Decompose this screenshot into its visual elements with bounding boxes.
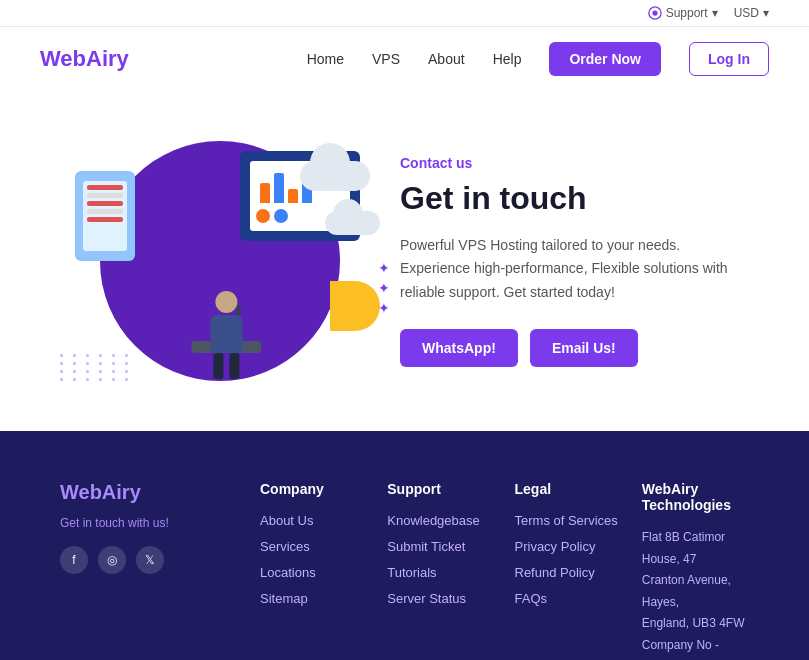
footer-company-col: Company About Us Services Locations Site…: [260, 481, 367, 660]
logo: WebAiry: [40, 46, 129, 72]
hero-buttons: WhatsApp! Email Us!: [400, 329, 749, 367]
address-line2: Cranton Avenue, Hayes,: [642, 573, 731, 609]
order-now-button[interactable]: Order Now: [549, 42, 661, 76]
footer-tagline: Get in touch with us!: [60, 516, 240, 530]
support-label: Support: [666, 6, 708, 20]
person-body: [210, 315, 242, 353]
legal-link-0[interactable]: Terms of Services: [515, 513, 618, 528]
footer-legal-col: Legal Terms of Services Privacy Policy R…: [515, 481, 622, 660]
company-number: Company No - 15273980: [642, 638, 719, 660]
plus-icon-2: ✦: [378, 281, 390, 295]
dot-grid: [60, 354, 133, 381]
currency-label: USD: [734, 6, 759, 20]
currency-dropdown[interactable]: USD ▾: [734, 6, 769, 20]
company-links: About Us Services Locations Sitemap: [260, 511, 367, 607]
tablet-screen: [83, 181, 127, 251]
support-link-3[interactable]: Server Status: [387, 591, 466, 606]
logo-text: Web: [40, 46, 86, 71]
support-icon: [648, 6, 662, 20]
footer-address: Flat 8B Catimor House, 47 Cranton Avenue…: [642, 527, 749, 660]
cloud-1: [300, 161, 370, 191]
nav-about[interactable]: About: [428, 51, 465, 67]
footer-logo: WebAiry: [60, 481, 240, 504]
instagram-icon[interactable]: ◎: [98, 546, 126, 574]
footer-address-col: WebAiry Technologies Flat 8B Catimor Hou…: [642, 481, 749, 660]
footer: WebAiry Get in touch with us! f ◎ 𝕏 Comp…: [0, 431, 809, 660]
support-link-2[interactable]: Tutorials: [387, 565, 436, 580]
support-link-0[interactable]: Knowledgebase: [387, 513, 480, 528]
person-head: [215, 291, 237, 313]
leg-right: [229, 353, 239, 379]
leg-left: [213, 353, 223, 379]
login-button[interactable]: Log In: [689, 42, 769, 76]
bar-2: [274, 173, 284, 203]
cloud-2: [325, 211, 380, 235]
nav-help[interactable]: Help: [493, 51, 522, 67]
person-chair: [210, 291, 242, 379]
address-heading: WebAiry Technologies: [642, 481, 749, 513]
svg-point-1: [652, 10, 657, 15]
company-link-2[interactable]: Locations: [260, 565, 316, 580]
hero-description: Powerful VPS Hosting tailored to your ne…: [400, 234, 749, 305]
support-dropdown[interactable]: Support ▾: [648, 6, 718, 20]
logo-accent: Airy: [86, 46, 129, 71]
hero-title: Get in touch: [400, 179, 749, 217]
hero-section: ✦ ✦ ✦ Contact us Get in touch Powerful V…: [0, 91, 809, 431]
company-heading: Company: [260, 481, 367, 497]
legal-link-2[interactable]: Refund Policy: [515, 565, 595, 580]
twitter-icon[interactable]: 𝕏: [136, 546, 164, 574]
address-line1: Flat 8B Catimor House, 47: [642, 530, 725, 566]
plus-icon-3: ✦: [378, 301, 390, 315]
footer-logo-text: Web: [60, 481, 102, 503]
chart-dot-blue: [274, 209, 288, 223]
bar-1: [260, 183, 270, 203]
legal-link-1[interactable]: Privacy Policy: [515, 539, 596, 554]
company-link-1[interactable]: Services: [260, 539, 310, 554]
footer-support-col: Support Knowledgebase Submit Ticket Tuto…: [387, 481, 494, 660]
whatsapp-button[interactable]: WhatsApp!: [400, 329, 518, 367]
tablet-illustration: [75, 171, 135, 261]
contact-label: Contact us: [400, 155, 749, 171]
support-chevron: ▾: [712, 6, 718, 20]
footer-top: WebAiry Get in touch with us! f ◎ 𝕏 Comp…: [60, 481, 749, 660]
support-heading: Support: [387, 481, 494, 497]
company-link-0[interactable]: About Us: [260, 513, 313, 528]
email-button[interactable]: Email Us!: [530, 329, 638, 367]
support-link-1[interactable]: Submit Ticket: [387, 539, 465, 554]
address-line3: England, UB3 4FW: [642, 616, 745, 630]
header: WebAiry Home VPS About Help Order Now Lo…: [0, 27, 809, 91]
company-link-3[interactable]: Sitemap: [260, 591, 308, 606]
main-nav: Home VPS About Help Order Now Log In: [307, 42, 769, 76]
bar-3: [288, 189, 298, 203]
legal-link-3[interactable]: FAQs: [515, 591, 548, 606]
person-legs: [210, 353, 242, 379]
social-icons: f ◎ 𝕏: [60, 546, 240, 574]
footer-logo-col: WebAiry Get in touch with us! f ◎ 𝕏: [60, 481, 240, 660]
legal-heading: Legal: [515, 481, 622, 497]
yellow-accent: [330, 281, 380, 331]
currency-chevron: ▾: [763, 6, 769, 20]
top-bar: Support ▾ USD ▾: [0, 0, 809, 27]
legal-links: Terms of Services Privacy Policy Refund …: [515, 511, 622, 607]
hero-illustration-container: ✦ ✦ ✦: [60, 131, 400, 391]
chart-dot-orange: [256, 209, 270, 223]
support-links: Knowledgebase Submit Ticket Tutorials Se…: [387, 511, 494, 607]
plus-icon-1: ✦: [378, 261, 390, 275]
footer-logo-accent: Airy: [102, 481, 141, 503]
plus-decorations: ✦ ✦ ✦: [378, 261, 390, 315]
nav-home[interactable]: Home: [307, 51, 344, 67]
hero-illustration: ✦ ✦ ✦: [60, 131, 380, 391]
nav-vps[interactable]: VPS: [372, 51, 400, 67]
facebook-icon[interactable]: f: [60, 546, 88, 574]
hero-text-block: Contact us Get in touch Powerful VPS Hos…: [400, 155, 749, 367]
